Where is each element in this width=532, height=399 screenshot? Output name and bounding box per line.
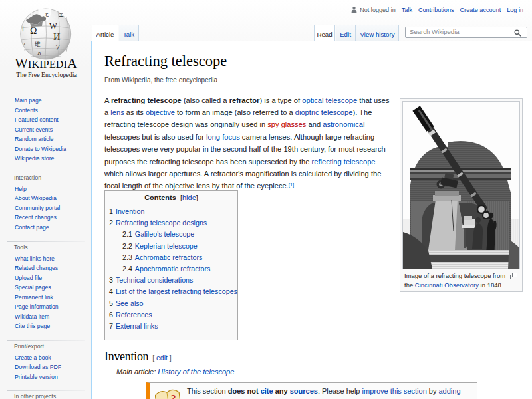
svg-text:エ: エ	[59, 12, 64, 18]
svg-text:Ω: Ω	[30, 26, 37, 36]
svg-text:ح: ح	[45, 11, 49, 17]
svg-text:أ: أ	[23, 26, 24, 32]
svg-text:И: И	[53, 31, 61, 42]
svg-text:?: ?	[171, 393, 176, 399]
svg-text:ภ: ภ	[37, 51, 41, 57]
svg-text:λ: λ	[23, 41, 26, 47]
svg-text:W: W	[49, 21, 57, 31]
svg-text:WIKIPEDIA: WIKIPEDIA	[15, 56, 77, 70]
svg-text:维: 维	[35, 41, 41, 47]
svg-text:The Free Encyclopedia: The Free Encyclopedia	[16, 71, 77, 78]
svg-text:7: 7	[56, 42, 61, 52]
